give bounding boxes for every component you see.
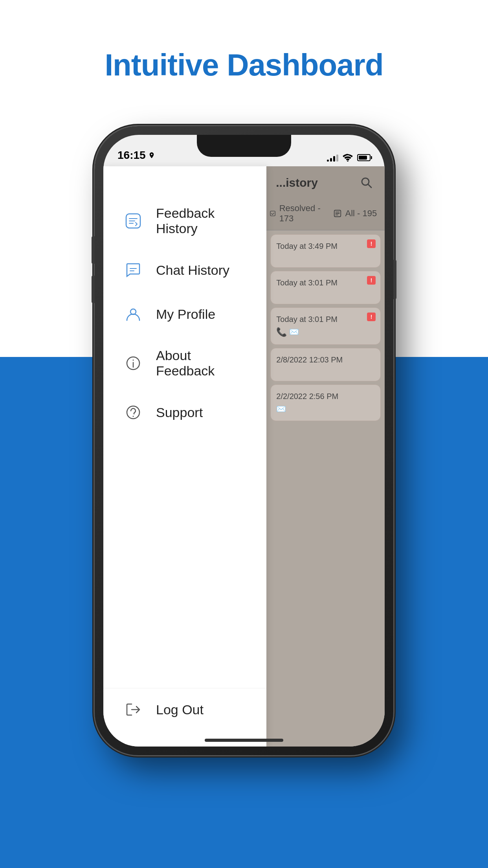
page-title: Intuitive Dashboard [105, 47, 383, 83]
phone-screen: 16:15 [103, 135, 385, 747]
feedback-history-label: Feedback History [156, 206, 247, 236]
card-time-1: Today at 3:49 PM [276, 242, 338, 250]
menu-item-my-profile[interactable]: My Profile [103, 292, 266, 336]
menu-item-support[interactable]: Support [103, 390, 266, 434]
signal-bar-4 [336, 154, 338, 162]
phone-icon: 📞 [276, 327, 287, 337]
volume-down-button [92, 276, 95, 303]
screen-content: Feedback History Chat History [103, 166, 385, 747]
app-header-title: ...istory [276, 176, 318, 189]
card-icons-3: 📞 ✉️ [276, 327, 375, 337]
card-time-2: Today at 3:01 PM [276, 278, 338, 287]
search-button[interactable] [358, 174, 375, 191]
drawer-panel: Feedback History Chat History [103, 166, 266, 747]
battery-fill [359, 156, 367, 160]
menu-item-about-feedback[interactable]: About Feedback [103, 336, 266, 390]
logout-label: Log Out [156, 702, 204, 717]
list-item[interactable]: Today at 3:01 PM ! [270, 271, 381, 304]
list-item[interactable]: Today at 3:01 PM ! 📞 ✉️ [270, 307, 381, 345]
signal-icon [327, 154, 338, 162]
svg-rect-8 [270, 211, 275, 216]
card-time-5: 2/2/2022 2:56 PM [276, 392, 338, 401]
wifi-icon [342, 154, 353, 162]
power-button [393, 260, 396, 299]
chat-history-icon [123, 260, 143, 280]
support-label: Support [156, 405, 203, 420]
email-icon-2: ✉️ [276, 404, 286, 414]
tab-resolved[interactable]: Resolved - 173 [266, 197, 325, 230]
feedback-history-icon [123, 211, 143, 231]
logout-icon [123, 699, 143, 720]
menu-item-feedback-history[interactable]: Feedback History [103, 194, 266, 248]
svg-point-6 [133, 416, 134, 417]
tab-resolved-label: Resolved - 173 [279, 203, 323, 224]
alert-icon-3: ! [367, 313, 376, 321]
signal-bar-3 [333, 156, 335, 162]
card-time-4: 2/8/2022 12:03 PM [276, 355, 343, 364]
tab-all[interactable]: All - 195 [326, 197, 385, 230]
profile-icon [123, 304, 143, 324]
battery-icon [357, 154, 371, 161]
info-icon [123, 353, 143, 373]
volume-up-button [92, 236, 95, 264]
list-item[interactable]: 2/2/2022 2:56 PM ✉️ [270, 384, 381, 421]
home-indicator [205, 739, 283, 742]
notch [197, 135, 291, 157]
app-panel: ...istory Resolved - 173 [266, 166, 385, 747]
status-time: 16:15 [117, 149, 155, 162]
list-item[interactable]: Today at 3:49 PM ! [270, 234, 381, 268]
about-feedback-label: About Feedback [156, 348, 247, 379]
location-icon [148, 152, 155, 159]
support-icon [123, 402, 143, 423]
tab-all-label: All - 195 [345, 208, 377, 219]
card-icons-5: ✉️ [276, 404, 375, 414]
logout-item[interactable]: Log Out [103, 688, 266, 731]
phone-frame: 16:15 [95, 126, 393, 755]
my-profile-label: My Profile [156, 307, 215, 322]
svg-point-0 [347, 161, 349, 162]
signal-bar-1 [327, 160, 329, 162]
signal-bar-2 [330, 158, 332, 162]
menu-items: Feedback History Chat History [103, 178, 266, 688]
alert-icon-1: ! [367, 239, 376, 248]
list-item[interactable]: 2/8/2022 12:03 PM [270, 348, 381, 381]
email-icon: ✉️ [289, 327, 299, 337]
chat-history-label: Chat History [156, 263, 229, 278]
app-header: ...istory [266, 166, 385, 197]
time-text: 16:15 [117, 149, 146, 162]
alert-icon-2: ! [367, 276, 376, 285]
menu-item-chat-history[interactable]: Chat History [103, 248, 266, 292]
card-time-3: Today at 3:01 PM [276, 315, 338, 324]
svg-point-7 [362, 178, 369, 185]
app-content: Today at 3:49 PM ! Today at 3:01 PM ! To… [266, 230, 385, 747]
app-tabs: Resolved - 173 All - 195 [266, 197, 385, 230]
svg-point-4 [133, 360, 134, 361]
status-icons [327, 154, 371, 162]
